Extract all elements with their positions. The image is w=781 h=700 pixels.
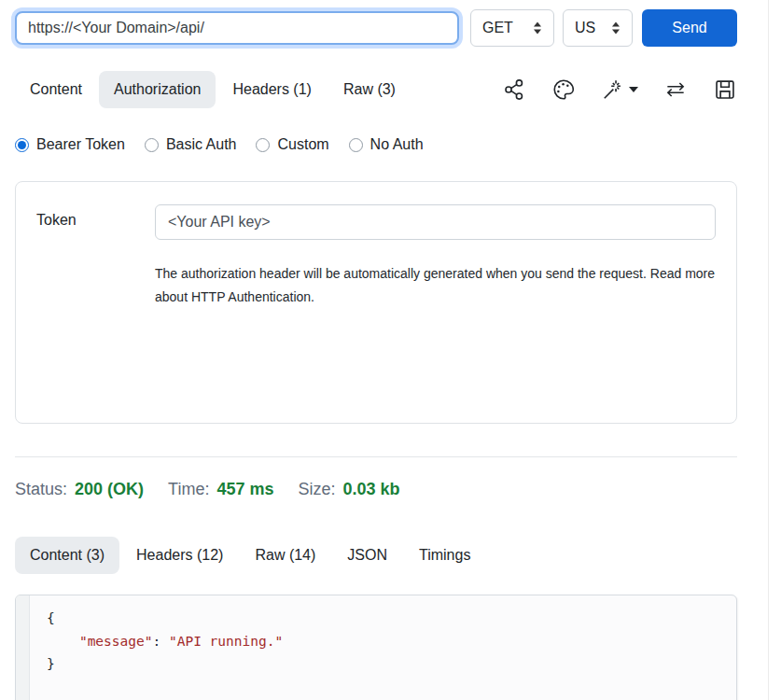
radio-icon [349,138,363,152]
radio-label: Custom [277,136,328,153]
request-bar: GET US Send [15,9,737,47]
json-key: "message" [79,634,153,649]
radio-custom[interactable]: Custom [256,136,328,153]
response-tab-content[interactable]: Content (3) [15,537,119,574]
response-tabs: Content (3) Headers (12) Raw (14) JSON T… [15,537,737,574]
send-button[interactable]: Send [642,9,737,47]
swap-arrows-icon[interactable] [663,77,688,102]
response-tab-json[interactable]: JSON [332,537,402,574]
tab-raw[interactable]: Raw (3) [328,71,411,108]
tab-headers[interactable]: Headers (1) [217,71,326,108]
region-select-value: US [575,20,595,36]
radio-icon [145,138,159,152]
json-separator: : [152,634,168,649]
radio-bearer-token[interactable]: Bearer Token [15,136,125,153]
radio-no-auth[interactable]: No Auth [349,136,424,153]
radio-icon [15,138,29,152]
code-gutter [16,595,30,700]
response-tab-headers[interactable]: Headers (12) [121,537,238,574]
token-input[interactable] [155,204,716,240]
status-label: Status: [15,480,67,499]
size-value: 0.03 kb [343,480,400,499]
updown-arrow-icon [533,21,542,35]
method-select-value: GET [482,20,513,36]
palette-icon[interactable] [551,77,576,102]
time-label: Time: [168,480,209,499]
magic-wand-dropdown-icon[interactable] [601,77,638,102]
method-select[interactable]: GET [470,9,554,47]
token-label: Token [36,204,155,229]
response-status-row: Status: 200 (OK) Time: 457 ms Size: 0.03… [15,480,737,499]
size-label: Size: [298,480,335,499]
dropdown-caret-icon [629,87,638,92]
time-value: 457 ms [216,480,273,499]
time-pair: Time: 457 ms [168,480,273,499]
section-divider [15,456,737,457]
code-line: "message": "API running." [47,630,283,653]
token-help-text: The authorization header will be automat… [155,262,716,309]
radio-label: Bearer Token [36,136,125,153]
token-panel-body: The authorization header will be automat… [155,204,716,309]
response-tab-raw[interactable]: Raw (14) [240,537,330,574]
response-tab-timings[interactable]: Timings [404,537,485,574]
size-pair: Size: 0.03 kb [298,480,399,499]
response-body-viewer[interactable]: { "message": "API running." } [15,595,737,700]
radio-basic-auth[interactable]: Basic Auth [145,136,237,153]
code-line: } [47,652,283,676]
auth-type-options: Bearer Token Basic Auth Custom No Auth [15,136,737,153]
region-select[interactable]: US [563,9,633,47]
tab-content[interactable]: Content [15,71,97,108]
code-line: { [47,607,283,630]
api-client-page: GET US Send Content Authorization Header… [0,9,781,700]
json-value: "API running." [169,634,283,649]
save-icon[interactable] [713,77,737,102]
status-pair: Status: 200 (OK) [15,480,144,499]
updown-arrow-icon [611,21,621,35]
share-icon[interactable] [502,77,526,102]
radio-label: No Auth [370,136,424,153]
status-value: 200 (OK) [75,480,144,499]
request-tabs: Content Authorization Headers (1) Raw (3… [15,71,737,108]
radio-label: Basic Auth [166,136,237,153]
tab-authorization[interactable]: Authorization [99,71,216,108]
response-json-code: { "message": "API running." } [30,595,300,700]
request-toolbar [502,77,737,102]
token-panel: Token The authorization header will be a… [15,181,737,424]
url-input[interactable] [15,11,459,45]
radio-icon [256,138,270,152]
